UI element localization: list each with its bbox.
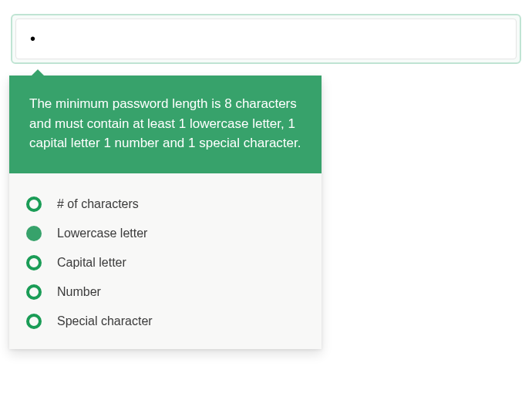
circle-icon bbox=[26, 255, 42, 270]
password-rules-list: # of characters Lowercase letter Capital… bbox=[9, 173, 322, 349]
rule-min-characters: # of characters bbox=[26, 196, 305, 212]
popover-arrow bbox=[31, 69, 45, 76]
password-requirements-popover: The minimum password length is 8 charact… bbox=[9, 76, 322, 349]
rule-capital: Capital letter bbox=[26, 255, 305, 270]
rule-label: Capital letter bbox=[57, 256, 126, 270]
circle-icon bbox=[26, 226, 42, 241]
circle-icon bbox=[26, 196, 42, 212]
password-input[interactable] bbox=[15, 18, 517, 59]
rule-lowercase: Lowercase letter bbox=[26, 226, 305, 241]
circle-icon bbox=[26, 314, 42, 329]
password-field-wrap bbox=[11, 14, 521, 64]
rule-label: Number bbox=[57, 285, 101, 299]
password-instructions: The minimum password length is 8 charact… bbox=[9, 76, 322, 173]
rule-label: # of characters bbox=[57, 197, 139, 211]
rule-special-char: Special character bbox=[26, 314, 305, 329]
rule-label: Lowercase letter bbox=[57, 227, 147, 240]
rule-number: Number bbox=[26, 284, 305, 300]
circle-icon bbox=[26, 284, 42, 300]
rule-label: Special character bbox=[57, 314, 153, 328]
